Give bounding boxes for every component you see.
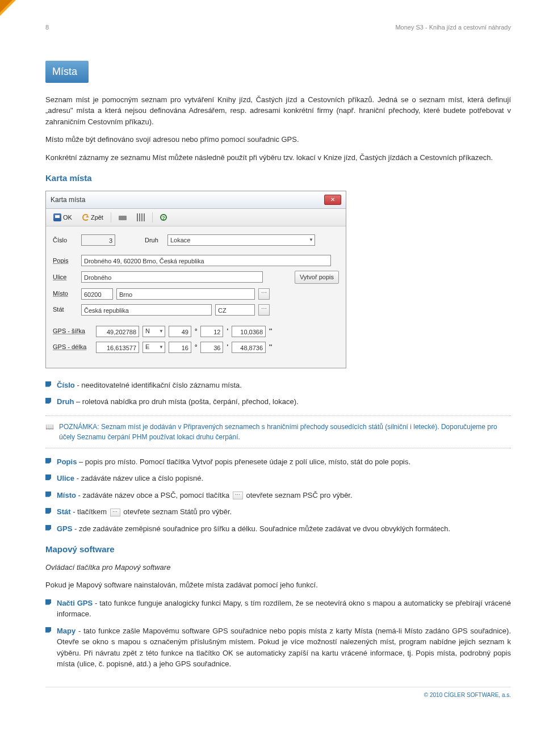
note-box: POZNÁMKA: Seznam míst je dodáván v Připr… — [45, 415, 511, 448]
second-mark: '' — [269, 342, 272, 352]
select-sirka-hem[interactable]: N — [142, 326, 165, 337]
bullet-cislo: Číslo - needitovatelné identifikační čís… — [45, 380, 511, 391]
page-corner-accent-inner — [0, 0, 12, 12]
field-sirka-deg[interactable]: 49 — [169, 326, 191, 337]
label-ulice: Ulice — [53, 272, 78, 282]
field-misto-psc[interactable]: 60200 — [81, 288, 113, 300]
bullet-nacti-gps: Načti GPS - tato funkce funguje analogic… — [45, 598, 511, 620]
field-delka-dec[interactable]: 16,613577 — [96, 342, 139, 353]
lookup-stat-button[interactable]: ⋯ — [258, 304, 270, 316]
back-label: Zpět — [91, 213, 103, 222]
label-gps-sirka: GPS - šířka — [53, 326, 93, 336]
ok-label: OK — [63, 213, 72, 222]
field-delka-deg[interactable]: 16 — [169, 342, 191, 353]
bullet-ulice: Ulice - zadáváte název ulice a číslo pop… — [45, 473, 511, 484]
bullet-popis: Popis – popis pro místo. Pomocí tlačítka… — [45, 456, 511, 468]
section-title-tab: Místa — [45, 61, 89, 83]
field-stat-nazev[interactable]: Česká republika — [81, 304, 212, 316]
second-mark: '' — [269, 326, 272, 336]
toolbar-separator — [111, 212, 111, 222]
field-ulice[interactable]: Drobného — [81, 271, 263, 283]
page-number: 8 — [45, 23, 49, 32]
field-cislo: 3 — [81, 234, 115, 246]
bullet-stat: Stát - tlačítkem ⋯ otevřete seznam Států… — [45, 506, 511, 518]
minute-mark: ' — [227, 326, 228, 336]
intro-paragraph-1: Seznam míst je pomocným seznam pro vytvá… — [45, 94, 511, 128]
label-misto: Místo — [53, 289, 78, 299]
subheading-karta-mista: Karta místa — [45, 172, 511, 185]
dialog-karta-mista: Karta místa ✕ OK Zpět ? Číslo 3 Druh — [45, 191, 346, 368]
dialog-toolbar: OK Zpět ? — [46, 209, 346, 227]
field-stat-kod[interactable]: CZ — [215, 304, 255, 316]
back-button[interactable]: Zpět — [78, 211, 107, 224]
minute-mark: ' — [227, 342, 228, 352]
toolbar-help-button[interactable]: ? — [156, 212, 171, 222]
bullet-misto: Místo - zadáváte název obce a PSČ, pomoc… — [45, 490, 511, 501]
grid-icon — [137, 213, 145, 221]
intro-paragraph-3: Konkrétní záznamy ze seznamu Míst můžete… — [45, 152, 511, 163]
label-cislo: Číslo — [53, 236, 78, 245]
page-footer: © 2010 CÍGLER SOFTWARE, a.s. — [45, 687, 511, 699]
label-gps-delka: GPS - délka — [53, 342, 93, 352]
save-icon — [53, 213, 61, 221]
lookup-psc-button[interactable]: ⋯ — [258, 288, 270, 300]
undo-icon — [82, 214, 89, 221]
map-intro-2: Pokud je Mapový software nainstalován, m… — [45, 579, 511, 591]
bullet-gps: GPS - zde zadáváte zeměpisné souřadnice … — [45, 523, 511, 535]
toolbar-separator — [152, 212, 153, 222]
help-icon: ? — [160, 214, 167, 221]
field-sirka-dec[interactable]: 49,202788 — [96, 326, 139, 337]
bullet-druh: Druh – roletová nabídka pro druh místa (… — [45, 396, 511, 408]
subheading-mapovy-software: Mapový software — [45, 543, 511, 556]
toolbar-connect-button[interactable] — [115, 212, 131, 222]
field-delka-sec[interactable]: 48,8736 — [232, 342, 266, 353]
dots-icon: ⋯ — [110, 509, 120, 516]
map-intro-1: Ovládací tlačítka pro Mapový software — [45, 562, 511, 573]
vytvor-popis-button[interactable]: Vytvoř popis — [295, 271, 339, 284]
dialog-title: Karta místa — [51, 195, 85, 205]
field-popis[interactable]: Drobného 49, 60200 Brno, Česká republika — [81, 255, 331, 266]
degree-mark: ° — [195, 326, 197, 336]
field-delka-min[interactable]: 36 — [200, 342, 223, 353]
select-druh[interactable]: Lokace — [167, 234, 315, 246]
field-sirka-min[interactable]: 12 — [200, 326, 223, 337]
label-stat: Stát — [53, 305, 78, 314]
close-icon[interactable]: ✕ — [324, 195, 341, 205]
field-misto-obec[interactable]: Brno — [116, 288, 255, 300]
select-delka-hem[interactable]: E — [142, 342, 165, 353]
label-druh: Druh — [145, 236, 164, 245]
label-popis: Popis — [53, 256, 78, 266]
intro-paragraph-2: Místo může být definováno svojí adresou … — [45, 134, 511, 145]
running-header: Money S3 - Kniha jízd a cestovní náhrady — [395, 23, 511, 32]
field-sirka-sec[interactable]: 10,0368 — [232, 326, 266, 337]
ok-button[interactable]: OK — [49, 211, 76, 224]
connector-icon — [119, 216, 127, 220]
toolbar-grid-button[interactable] — [133, 212, 149, 223]
degree-mark: ° — [195, 342, 197, 352]
dots-icon: ⋯ — [233, 492, 243, 499]
bullet-mapy: Mapy - tato funkce zašle Mapovému softwa… — [45, 625, 511, 670]
